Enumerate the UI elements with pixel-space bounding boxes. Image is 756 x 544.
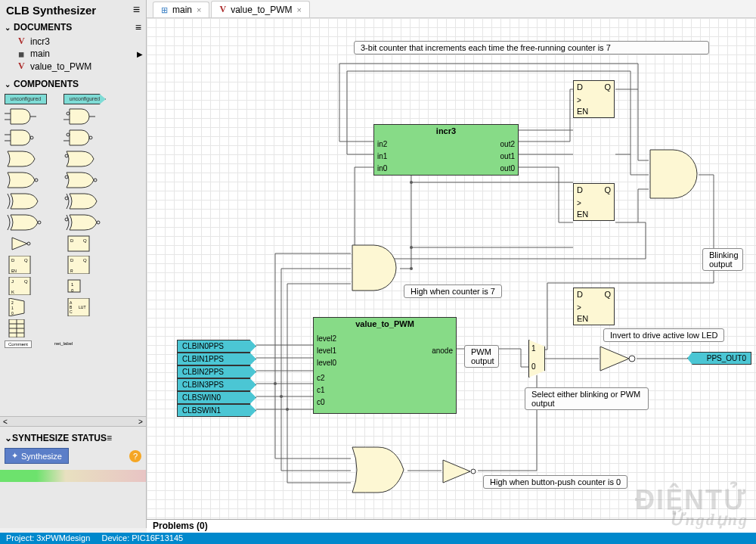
inport-clbin0pps[interactable]: CLBIN0PPS: [177, 340, 256, 353]
svg-text:C: C: [70, 309, 73, 314]
note-counter3bit: 3-bit counter that increments each time …: [354, 41, 709, 54]
svg-point-120: [410, 181, 413, 184]
xor-gate-icon[interactable]: [5, 192, 47, 210]
inport-clbswin0[interactable]: CLBSWIN0: [177, 391, 256, 404]
and-gate-icon[interactable]: [5, 107, 47, 126]
doc-item-main[interactable]: ◼ main ▶: [0, 48, 146, 60]
or3-gate-bottom[interactable]: [351, 446, 408, 494]
nand-gate-icon[interactable]: [5, 129, 47, 147]
dff-en-icon[interactable]: DQEN: [5, 256, 47, 274]
palette-input-port-icon[interactable]: unconfigured: [5, 94, 47, 104]
svg-text:Q: Q: [83, 258, 87, 263]
hamburger-icon[interactable]: ≡: [133, 3, 140, 17]
tab-main[interactable]: ⊞ main ×: [153, 2, 209, 17]
svg-point-13: [35, 179, 38, 182]
verilog-icon: V: [18, 36, 26, 47]
close-icon[interactable]: ×: [197, 5, 201, 14]
palette-comment-icon[interactable]: Comment: [5, 340, 32, 348]
dff-q-label: Q: [604, 185, 611, 194]
schematic-canvas[interactable]: 3-bit counter that increments each time …: [147, 18, 756, 519]
svg-text:LUT: LUT: [79, 305, 85, 309]
svg-point-6: [30, 136, 33, 139]
or-gate-icon[interactable]: [5, 150, 47, 168]
svg-text:2: 2: [11, 300, 14, 305]
help-icon[interactable]: ?: [129, 450, 141, 462]
dff-mid[interactable]: D Q > EN: [573, 183, 615, 221]
chevron-down-icon: ⌄: [5, 23, 11, 32]
chevron-down-icon: ⌄: [5, 433, 12, 443]
note-invert: Invert to drive active low LED: [603, 328, 724, 342]
dff-r-icon[interactable]: DQR: [64, 256, 106, 274]
synth-status-header[interactable]: ⌄ SYNTHESIZE STATUS ≡: [0, 431, 146, 445]
dff-bot[interactable]: D Q > EN: [573, 288, 615, 325]
svg-text:R: R: [70, 269, 73, 273]
buffer-icon[interactable]: [5, 235, 47, 253]
and3-gate-left[interactable]: [351, 244, 401, 292]
hamburger-icon[interactable]: ≡: [107, 433, 112, 443]
dff-d-label: D: [577, 185, 583, 194]
table-icon[interactable]: [5, 319, 47, 337]
svg-text:J: J: [11, 279, 14, 284]
note-high7: High when counter is 7: [404, 284, 502, 298]
doc-item-incr3[interactable]: V incr3: [0, 35, 146, 48]
problems-panel[interactable]: Problems (0): [147, 519, 756, 533]
block-v2pwm[interactable]: value_to_PWM level2 level1 level0 c2 c1 …: [313, 317, 457, 414]
verilog-icon: V: [18, 61, 26, 72]
svg-point-64: [274, 382, 277, 385]
block-incr3[interactable]: incr3 in2 in1 in0 out2 out1 out0: [373, 124, 519, 176]
mux-2to1[interactable]: 1 0: [528, 340, 545, 378]
xnor-gate-inv-in-icon[interactable]: [64, 213, 106, 232]
svg-point-127: [471, 469, 476, 474]
and3-gate-right[interactable]: [649, 148, 700, 200]
palette-output-port-icon[interactable]: unconfigured: [64, 94, 106, 104]
scroll-right-icon[interactable]: >: [135, 418, 146, 426]
svg-text:K: K: [11, 290, 14, 294]
const-icon[interactable]: 10: [64, 277, 106, 295]
incr3-title: incr3: [374, 125, 518, 137]
palette-netlabel-icon[interactable]: net_label: [48, 340, 79, 348]
svg-text:Q: Q: [83, 238, 87, 243]
nor-gate-inv-in-icon[interactable]: [64, 171, 106, 189]
dff-clk-icon: >: [577, 303, 581, 312]
dff-icon[interactable]: DQ: [64, 235, 106, 253]
svg-point-17: [38, 221, 41, 224]
play-icon[interactable]: ▶: [137, 50, 143, 58]
inport-clbin2pps[interactable]: CLBIN2PPS: [177, 365, 256, 378]
xnor-gate-icon[interactable]: [5, 213, 47, 232]
inport-clbswin1[interactable]: CLBSWIN1: [177, 404, 256, 417]
dff-top[interactable]: D Q > EN: [573, 80, 615, 118]
svg-text:Q: Q: [24, 258, 28, 263]
synthesize-button-label: Synthesize: [21, 452, 62, 461]
nor-gate-icon[interactable]: [5, 171, 47, 189]
jkff-icon[interactable]: JQK: [5, 277, 47, 295]
dff-clk-icon: >: [577, 199, 581, 207]
or-gate-inv-in-icon[interactable]: [64, 150, 106, 168]
svg-point-65: [280, 395, 283, 398]
outport-ppsout0[interactable]: PPS_OUT0: [687, 352, 751, 365]
doc-item-v2pwm[interactable]: V value_to_PWM: [0, 60, 146, 73]
mux-icon[interactable]: 210: [5, 298, 47, 316]
nand-gate-inv-in-icon[interactable]: [64, 129, 106, 147]
documents-header[interactable]: ⌄ DOCUMENTS ≡: [0, 20, 146, 35]
inverter-bottom[interactable]: [442, 459, 478, 484]
close-icon[interactable]: ×: [297, 5, 302, 14]
hamburger-icon[interactable]: ≡: [135, 21, 141, 33]
doc-label: incr3: [30, 36, 50, 47]
app-title: CLB Synthesizer: [6, 4, 96, 17]
xor-gate-inv-in-icon[interactable]: [64, 192, 106, 210]
v2pwm-pin-level1: level1: [317, 347, 336, 355]
tab-value-to-pwm[interactable]: V value_to_PWM ×: [211, 1, 309, 17]
svg-point-12: [65, 154, 68, 157]
and-gate-inv-in-icon[interactable]: [64, 107, 106, 126]
dff-q-label: Q: [604, 290, 611, 299]
palette-scrollbar[interactable]: < >: [0, 416, 146, 427]
lut-icon[interactable]: ABCLUT: [64, 298, 106, 316]
components-header[interactable]: ⌄ COMPONENTS: [0, 77, 146, 91]
inverter-output[interactable]: [599, 345, 637, 372]
inport-clbin1pps[interactable]: CLBIN1PPS: [177, 353, 256, 365]
synthesize-button[interactable]: ✦ Synthesize: [5, 448, 69, 464]
inport-clbin3pps[interactable]: CLBIN3PPS: [177, 378, 256, 391]
problems-label: Problems (0): [153, 521, 208, 531]
status-device: Device: PIC16F13145: [102, 533, 184, 542]
scroll-left-icon[interactable]: <: [0, 418, 11, 426]
